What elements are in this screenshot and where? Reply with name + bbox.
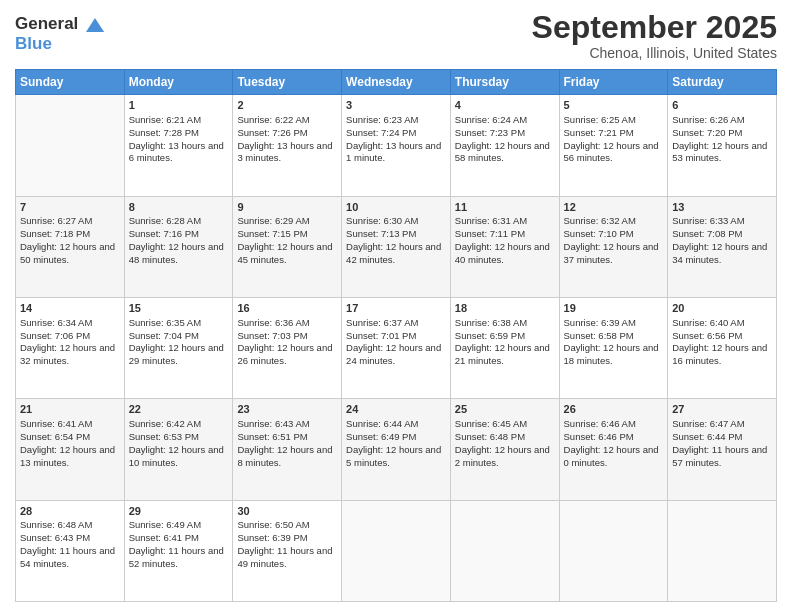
table-row: 23Sunrise: 6:43 AMSunset: 6:51 PMDayligh… xyxy=(233,399,342,500)
table-row: 15Sunrise: 6:35 AMSunset: 7:04 PMDayligh… xyxy=(124,297,233,398)
day-number: 10 xyxy=(346,200,446,215)
sunrise-text: Sunrise: 6:27 AM xyxy=(20,215,120,228)
calendar-header-row: Sunday Monday Tuesday Wednesday Thursday… xyxy=(16,70,777,95)
sunset-text: Sunset: 7:10 PM xyxy=(564,228,664,241)
daylight-text: Daylight: 11 hours and 57 minutes. xyxy=(672,444,772,470)
sunrise-text: Sunrise: 6:21 AM xyxy=(129,114,229,127)
table-row: 25Sunrise: 6:45 AMSunset: 6:48 PMDayligh… xyxy=(450,399,559,500)
daylight-text: Daylight: 12 hours and 16 minutes. xyxy=(672,342,772,368)
table-row xyxy=(342,500,451,601)
col-sunday: Sunday xyxy=(16,70,125,95)
table-row: 29Sunrise: 6:49 AMSunset: 6:41 PMDayligh… xyxy=(124,500,233,601)
sunrise-text: Sunrise: 6:44 AM xyxy=(346,418,446,431)
table-row: 26Sunrise: 6:46 AMSunset: 6:46 PMDayligh… xyxy=(559,399,668,500)
table-row xyxy=(450,500,559,601)
sunset-text: Sunset: 6:54 PM xyxy=(20,431,120,444)
logo: General Blue xyxy=(15,14,106,53)
daylight-text: Daylight: 12 hours and 40 minutes. xyxy=(455,241,555,267)
day-number: 20 xyxy=(672,301,772,316)
sunrise-text: Sunrise: 6:24 AM xyxy=(455,114,555,127)
day-number: 29 xyxy=(129,504,229,519)
day-number: 21 xyxy=(20,402,120,417)
daylight-text: Daylight: 12 hours and 26 minutes. xyxy=(237,342,337,368)
table-row: 19Sunrise: 6:39 AMSunset: 6:58 PMDayligh… xyxy=(559,297,668,398)
calendar-week-row: 28Sunrise: 6:48 AMSunset: 6:43 PMDayligh… xyxy=(16,500,777,601)
table-row: 13Sunrise: 6:33 AMSunset: 7:08 PMDayligh… xyxy=(668,196,777,297)
calendar-week-row: 14Sunrise: 6:34 AMSunset: 7:06 PMDayligh… xyxy=(16,297,777,398)
table-row: 5Sunrise: 6:25 AMSunset: 7:21 PMDaylight… xyxy=(559,95,668,196)
sunset-text: Sunset: 6:53 PM xyxy=(129,431,229,444)
daylight-text: Daylight: 12 hours and 13 minutes. xyxy=(20,444,120,470)
day-number: 15 xyxy=(129,301,229,316)
col-saturday: Saturday xyxy=(668,70,777,95)
day-number: 13 xyxy=(672,200,772,215)
day-number: 2 xyxy=(237,98,337,113)
main-title: September 2025 xyxy=(532,10,777,45)
table-row: 18Sunrise: 6:38 AMSunset: 6:59 PMDayligh… xyxy=(450,297,559,398)
daylight-text: Daylight: 12 hours and 56 minutes. xyxy=(564,140,664,166)
sunrise-text: Sunrise: 6:43 AM xyxy=(237,418,337,431)
calendar-week-row: 1Sunrise: 6:21 AMSunset: 7:28 PMDaylight… xyxy=(16,95,777,196)
daylight-text: Daylight: 12 hours and 48 minutes. xyxy=(129,241,229,267)
sunset-text: Sunset: 7:28 PM xyxy=(129,127,229,140)
day-number: 19 xyxy=(564,301,664,316)
sunrise-text: Sunrise: 6:25 AM xyxy=(564,114,664,127)
day-number: 12 xyxy=(564,200,664,215)
sunset-text: Sunset: 7:20 PM xyxy=(672,127,772,140)
sunrise-text: Sunrise: 6:31 AM xyxy=(455,215,555,228)
table-row: 6Sunrise: 6:26 AMSunset: 7:20 PMDaylight… xyxy=(668,95,777,196)
sunset-text: Sunset: 7:13 PM xyxy=(346,228,446,241)
logo-icon xyxy=(84,16,106,34)
col-monday: Monday xyxy=(124,70,233,95)
calendar-week-row: 7Sunrise: 6:27 AMSunset: 7:18 PMDaylight… xyxy=(16,196,777,297)
day-number: 17 xyxy=(346,301,446,316)
daylight-text: Daylight: 12 hours and 10 minutes. xyxy=(129,444,229,470)
sunset-text: Sunset: 6:43 PM xyxy=(20,532,120,545)
sunrise-text: Sunrise: 6:33 AM xyxy=(672,215,772,228)
sunrise-text: Sunrise: 6:45 AM xyxy=(455,418,555,431)
daylight-text: Daylight: 12 hours and 18 minutes. xyxy=(564,342,664,368)
day-number: 27 xyxy=(672,402,772,417)
sunset-text: Sunset: 6:48 PM xyxy=(455,431,555,444)
daylight-text: Daylight: 12 hours and 24 minutes. xyxy=(346,342,446,368)
table-row: 14Sunrise: 6:34 AMSunset: 7:06 PMDayligh… xyxy=(16,297,125,398)
col-thursday: Thursday xyxy=(450,70,559,95)
table-row: 11Sunrise: 6:31 AMSunset: 7:11 PMDayligh… xyxy=(450,196,559,297)
day-number: 30 xyxy=(237,504,337,519)
table-row: 17Sunrise: 6:37 AMSunset: 7:01 PMDayligh… xyxy=(342,297,451,398)
daylight-text: Daylight: 12 hours and 0 minutes. xyxy=(564,444,664,470)
day-number: 9 xyxy=(237,200,337,215)
day-number: 7 xyxy=(20,200,120,215)
logo-text: General Blue xyxy=(15,14,106,53)
sunset-text: Sunset: 7:16 PM xyxy=(129,228,229,241)
sunrise-text: Sunrise: 6:22 AM xyxy=(237,114,337,127)
sunrise-text: Sunrise: 6:42 AM xyxy=(129,418,229,431)
table-row: 10Sunrise: 6:30 AMSunset: 7:13 PMDayligh… xyxy=(342,196,451,297)
sunset-text: Sunset: 6:46 PM xyxy=(564,431,664,444)
sunset-text: Sunset: 7:26 PM xyxy=(237,127,337,140)
sunset-text: Sunset: 6:39 PM xyxy=(237,532,337,545)
table-row: 30Sunrise: 6:50 AMSunset: 6:39 PMDayligh… xyxy=(233,500,342,601)
sunset-text: Sunset: 6:58 PM xyxy=(564,330,664,343)
day-number: 22 xyxy=(129,402,229,417)
sunset-text: Sunset: 7:15 PM xyxy=(237,228,337,241)
table-row: 8Sunrise: 6:28 AMSunset: 7:16 PMDaylight… xyxy=(124,196,233,297)
sunrise-text: Sunrise: 6:50 AM xyxy=(237,519,337,532)
sunrise-text: Sunrise: 6:35 AM xyxy=(129,317,229,330)
table-row: 22Sunrise: 6:42 AMSunset: 6:53 PMDayligh… xyxy=(124,399,233,500)
daylight-text: Daylight: 12 hours and 37 minutes. xyxy=(564,241,664,267)
sunrise-text: Sunrise: 6:38 AM xyxy=(455,317,555,330)
daylight-text: Daylight: 12 hours and 21 minutes. xyxy=(455,342,555,368)
daylight-text: Daylight: 12 hours and 50 minutes. xyxy=(20,241,120,267)
daylight-text: Daylight: 12 hours and 5 minutes. xyxy=(346,444,446,470)
table-row xyxy=(16,95,125,196)
table-row: 1Sunrise: 6:21 AMSunset: 7:28 PMDaylight… xyxy=(124,95,233,196)
day-number: 3 xyxy=(346,98,446,113)
sunrise-text: Sunrise: 6:40 AM xyxy=(672,317,772,330)
sunset-text: Sunset: 7:24 PM xyxy=(346,127,446,140)
table-row: 21Sunrise: 6:41 AMSunset: 6:54 PMDayligh… xyxy=(16,399,125,500)
sunrise-text: Sunrise: 6:23 AM xyxy=(346,114,446,127)
table-row: 2Sunrise: 6:22 AMSunset: 7:26 PMDaylight… xyxy=(233,95,342,196)
sunset-text: Sunset: 7:11 PM xyxy=(455,228,555,241)
table-row: 7Sunrise: 6:27 AMSunset: 7:18 PMDaylight… xyxy=(16,196,125,297)
